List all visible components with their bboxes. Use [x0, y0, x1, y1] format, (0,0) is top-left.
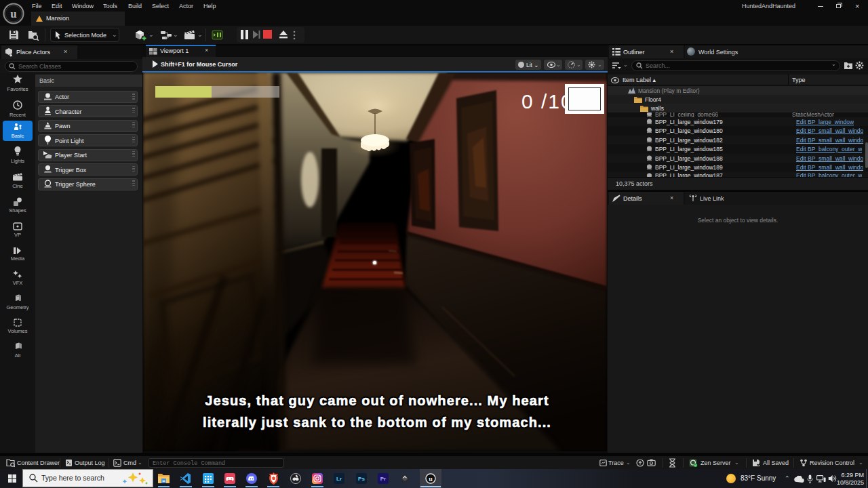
- svg-text:u: u: [10, 7, 16, 20]
- svg-text:Lr: Lr: [336, 476, 342, 482]
- svg-text:Ps: Ps: [358, 476, 365, 482]
- svg-text:Pr: Pr: [380, 476, 386, 482]
- svg-text:u: u: [429, 475, 433, 483]
